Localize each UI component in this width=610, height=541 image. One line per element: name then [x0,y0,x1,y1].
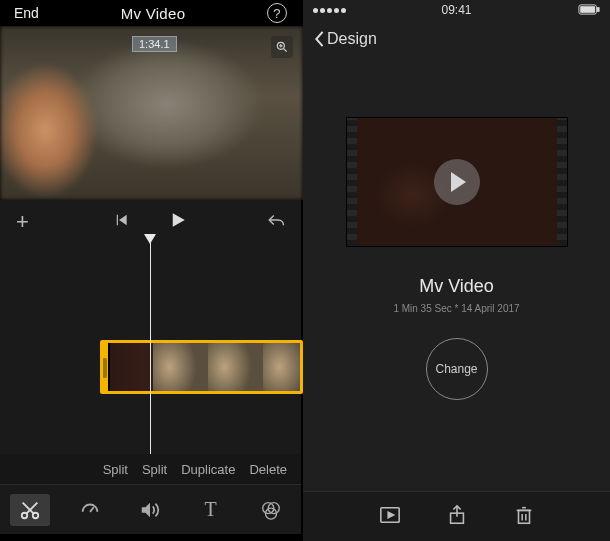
timeline[interactable] [0,244,301,454]
detail-tabbar [303,491,610,541]
filmstrip-icon [557,118,567,246]
playhead[interactable] [150,234,151,454]
editor-header: End Mv Video ? [0,0,301,26]
filmstrip-icon [347,118,357,246]
battery-icon [578,4,600,17]
clip-thumbnail [263,343,303,391]
back-label: Design [327,30,377,48]
zoom-button[interactable] [271,36,293,58]
svg-marker-12 [142,502,150,517]
status-bar: 09:41 [303,0,610,20]
preview-timestamp-badge: 1:34.1 [132,36,177,52]
duplicate-action[interactable]: Duplicate [181,462,235,477]
add-media-button[interactable]: + [16,209,29,235]
clip-trim-handle-left[interactable] [100,343,110,391]
split-action-2[interactable]: Split [142,462,167,477]
svg-line-11 [90,507,94,512]
filters-tool-button[interactable] [251,499,291,521]
svg-rect-4 [116,215,117,226]
speed-tool-button[interactable] [70,499,110,521]
skip-start-button[interactable] [115,213,129,231]
play-button[interactable] [169,211,187,233]
detail-header: Design [303,20,610,58]
cut-tool-button[interactable] [10,494,50,526]
delete-button[interactable] [513,504,535,530]
undo-button[interactable] [267,212,285,232]
volume-tool-button[interactable] [130,499,170,521]
delete-action[interactable]: Delete [249,462,287,477]
split-action[interactable]: Split [103,462,128,477]
help-button[interactable]: ? [267,3,287,23]
clip-actions-row: Split Split Duplicate Delete [0,454,301,484]
svg-marker-5 [119,215,127,226]
editor-pane: End Mv Video ? 1:34.1 + [0,0,303,541]
editor-toolbar: T [0,484,301,534]
video-title: Mv Video [419,276,494,297]
clip-thumbnail [208,343,263,391]
detail-body: Mv Video 1 Min 35 Sec * 14 April 2017 Ch… [303,58,610,491]
svg-line-1 [284,49,287,52]
play-overlay-button[interactable] [434,159,480,205]
end-button[interactable]: End [14,5,39,21]
status-clock: 09:41 [441,3,471,17]
preview-frame [0,26,303,200]
share-button[interactable] [446,504,468,530]
svg-marker-6 [172,213,184,227]
svg-marker-20 [388,512,394,518]
titles-tool-button[interactable]: T [191,498,231,521]
clip-thumbnail [153,343,208,391]
svg-rect-23 [518,510,529,523]
back-button[interactable]: Design [313,30,377,48]
detail-pane: 09:41 Design Mv Video 1 Min 35 Sec * 14 … [303,0,610,541]
project-title: Mv Video [121,5,186,22]
video-thumbnail[interactable] [347,118,567,246]
video-meta: 1 Min 35 Sec * 14 April 2017 [393,303,519,314]
signal-icon [313,8,346,13]
svg-rect-17 [581,6,595,12]
play-fullscreen-button[interactable] [379,504,401,530]
svg-rect-18 [597,7,599,11]
video-clip[interactable] [100,340,303,394]
video-preview[interactable]: 1:34.1 [0,26,303,200]
change-button[interactable]: Change [426,338,488,400]
